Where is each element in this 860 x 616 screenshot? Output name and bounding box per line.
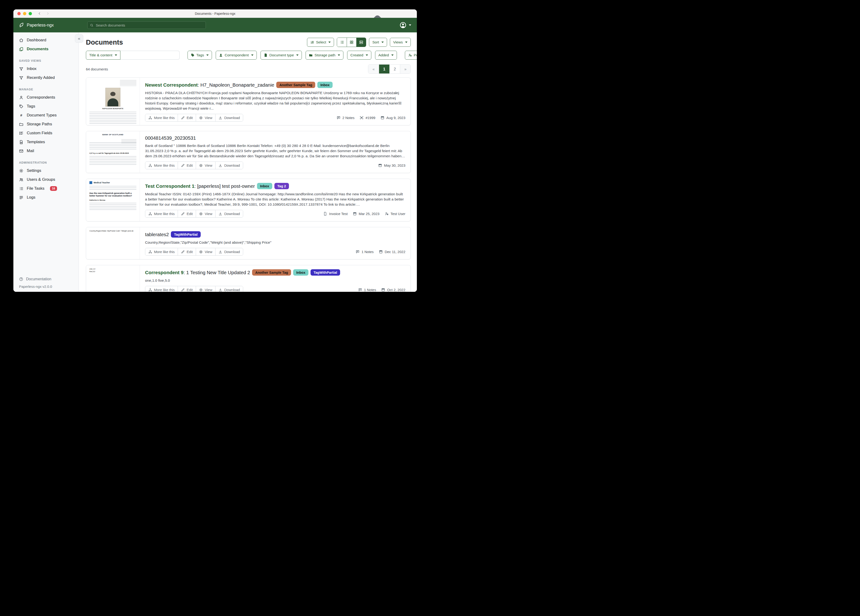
- sidebar-item-templates[interactable]: Templates: [13, 138, 78, 146]
- funnel-icon: [19, 75, 24, 80]
- sidebar-item-users-groups[interactable]: Users & Groups: [13, 175, 78, 184]
- zoom-window-button[interactable]: [29, 12, 32, 15]
- notes-indicator[interactable]: 1 Notes: [356, 250, 374, 254]
- tag-pill[interactable]: Inbox: [257, 183, 272, 189]
- tag-pill[interactable]: Tag 2: [275, 183, 289, 189]
- select-button[interactable]: Select: [307, 38, 334, 47]
- documentation-link[interactable]: Documentation: [13, 275, 78, 283]
- document-title-link[interactable]: Newest Correspondent: H7_Napoleon_Bonapa…: [145, 82, 274, 88]
- envelope-icon: [19, 149, 24, 153]
- sidebar-collapse-button[interactable]: «: [75, 34, 83, 43]
- card-actions: More like this Edit View Download: [145, 210, 243, 218]
- more-like-this-button[interactable]: More like this: [145, 114, 178, 121]
- correspondent-filter-button[interactable]: Correspondent: [216, 51, 257, 60]
- back-icon[interactable]: [38, 12, 41, 15]
- download-button[interactable]: Download: [215, 286, 243, 292]
- user-menu[interactable]: [400, 22, 411, 29]
- document-title-link[interactable]: tablerates2: [145, 232, 169, 237]
- added-filter-label: Added: [378, 53, 389, 57]
- tag-fill-icon: [191, 53, 195, 57]
- status-row: 64 documents « 1 2 »: [86, 64, 411, 74]
- pencil-icon: [181, 288, 185, 292]
- edit-button[interactable]: Edit: [178, 114, 196, 121]
- more-like-this-button[interactable]: More like this: [145, 248, 178, 255]
- sidebar-item-inbox[interactable]: Inbox: [13, 64, 78, 73]
- view-button[interactable]: View: [196, 248, 215, 255]
- view-button[interactable]: View: [196, 162, 215, 169]
- thumbnail-caption: NAPOLEON BONAPARTE: [89, 108, 137, 109]
- pagination-next[interactable]: »: [400, 64, 411, 74]
- minimize-window-button[interactable]: [23, 12, 26, 15]
- sidebar-item-file-tasks[interactable]: File Tasks 16: [13, 184, 78, 193]
- sidebar-item-correspondents[interactable]: Correspondents: [13, 93, 78, 102]
- document-title-link[interactable]: Correspondent 9: 1 Testing New Title Upd…: [145, 270, 250, 275]
- more-like-this-button[interactable]: More like this: [145, 162, 178, 169]
- forward-icon[interactable]: [46, 12, 49, 15]
- download-button[interactable]: Download: [215, 248, 243, 255]
- download-button[interactable]: Download: [215, 162, 243, 169]
- date-indicator: Aug 9, 2023: [380, 116, 405, 120]
- view-list-button[interactable]: [337, 38, 347, 47]
- tag-pill[interactable]: Another Sample Tag: [276, 82, 315, 88]
- storage-path-filter-button[interactable]: Storage path: [306, 51, 344, 60]
- sidebar-item-document-types[interactable]: # Document Types: [13, 111, 78, 120]
- edit-button[interactable]: Edit: [178, 210, 196, 217]
- pagination-page-1[interactable]: 1: [379, 64, 389, 74]
- sidebar-item-storage-paths[interactable]: Storage Paths: [13, 120, 78, 129]
- document-thumbnail[interactable]: Country,Region/State,"Zip/Postal Code","…: [86, 227, 140, 259]
- edit-button[interactable]: Edit: [178, 248, 196, 255]
- view-grid-button[interactable]: [347, 38, 356, 47]
- tag-pill[interactable]: Inbox: [293, 269, 308, 276]
- paperless-logo-icon: [19, 22, 24, 28]
- view-button[interactable]: View: [196, 210, 215, 217]
- document-type-filter-button[interactable]: Document type: [261, 51, 302, 60]
- document-thumbnail[interactable]: Medical Teacher Has the new Kirkpatrick …: [86, 179, 140, 221]
- download-button[interactable]: Download: [215, 210, 243, 217]
- tag-pill[interactable]: Another Sample Tag: [252, 269, 291, 276]
- document-title-link[interactable]: 0004814539_20230531: [145, 135, 196, 141]
- filter-field-button[interactable]: Title & content: [86, 51, 121, 60]
- download-icon: [218, 163, 222, 167]
- edit-button[interactable]: Edit: [178, 286, 196, 292]
- more-like-this-button[interactable]: More like this: [145, 286, 178, 292]
- sort-button[interactable]: Sort: [369, 38, 387, 47]
- document-title-link[interactable]: Test Correspondent 1: [paperless] test p…: [145, 183, 255, 189]
- sidebar-item-logs[interactable]: Logs: [13, 193, 78, 202]
- pagination-page-2[interactable]: 2: [389, 64, 400, 74]
- tag-pill[interactable]: TagWithPartial: [311, 269, 340, 276]
- notes-indicator[interactable]: 2 Notes: [337, 116, 355, 120]
- tags-filter-button[interactable]: Tags: [188, 51, 212, 60]
- gear-icon: [19, 168, 24, 173]
- sidebar-item-custom-fields[interactable]: Custom Fields: [13, 129, 78, 138]
- sidebar-item-settings[interactable]: Settings: [13, 166, 78, 175]
- close-window-button[interactable]: [17, 12, 20, 15]
- sidebar-item-tags[interactable]: Tags: [13, 102, 78, 111]
- edit-button[interactable]: Edit: [178, 162, 196, 169]
- pagination-prev[interactable]: «: [368, 64, 379, 74]
- created-filter-button[interactable]: Created: [347, 51, 371, 60]
- views-button[interactable]: Views: [390, 38, 411, 47]
- brand[interactable]: Paperless-ngx: [19, 22, 54, 28]
- document-thumbnail[interactable]: BANK OF SCOTLAND 2,0 % p. a. auf Ihr Tag…: [86, 131, 140, 173]
- view-detail-button[interactable]: [356, 38, 366, 47]
- added-filter-button[interactable]: Added: [375, 51, 397, 60]
- chat-icon: [358, 288, 362, 292]
- sidebar-item-recently-added[interactable]: Recently Added: [13, 73, 78, 82]
- search-input[interactable]: [95, 23, 203, 27]
- document-thumbnail[interactable]: one,1.0 five,5.0: [86, 265, 140, 292]
- view-button[interactable]: View: [196, 286, 215, 292]
- caret-down-icon: [296, 55, 298, 56]
- tag-pill[interactable]: TagWithPartial: [171, 231, 201, 237]
- sidebar-item-documents[interactable]: Documents: [13, 45, 78, 53]
- document-thumbnail[interactable]: NAPOLEON BONAPARTE: [86, 78, 140, 125]
- tag-pill[interactable]: Inbox: [317, 82, 333, 88]
- sidebar-item-mail[interactable]: Mail: [13, 146, 78, 156]
- sidebar-item-dashboard[interactable]: Dashboard: [13, 36, 78, 45]
- filter-text-input[interactable]: [121, 51, 180, 60]
- view-button[interactable]: View: [196, 114, 215, 121]
- notes-indicator[interactable]: 1 Notes: [358, 288, 376, 292]
- detail-view-icon: [359, 40, 363, 44]
- download-button[interactable]: Download: [215, 114, 243, 121]
- permissions-filter-button[interactable]: Permissions: [405, 51, 417, 60]
- more-like-this-button[interactable]: More like this: [145, 210, 178, 217]
